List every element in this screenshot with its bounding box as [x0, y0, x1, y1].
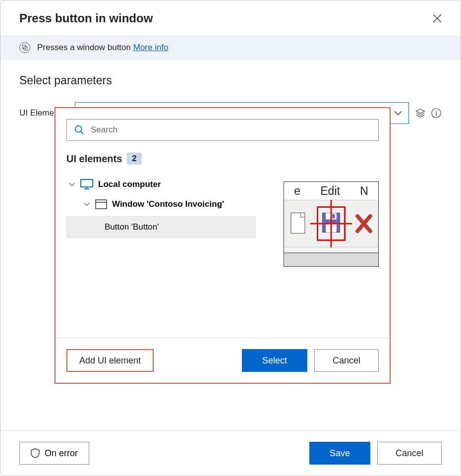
- add-ui-element-button[interactable]: Add UI element: [66, 349, 154, 372]
- tree-node-button[interactable]: Button 'Button': [66, 216, 256, 238]
- svg-rect-4: [436, 112, 436, 116]
- save-icon: [320, 210, 342, 236]
- chevron-down-icon: [394, 109, 403, 118]
- document-icon: [288, 211, 309, 237]
- elements-title: UI elements 2: [66, 153, 379, 165]
- shield-icon: [31, 448, 40, 458]
- cancel-button[interactable]: Cancel: [377, 442, 442, 465]
- dropdown-cancel-button[interactable]: Cancel: [314, 349, 379, 372]
- elements-count-badge: 2: [127, 153, 141, 165]
- delete-icon: [353, 211, 375, 237]
- search-input[interactable]: Search: [66, 119, 379, 141]
- dialog-body: Select parameters UI Element: Local comp…: [0, 60, 461, 430]
- svg-rect-12: [291, 213, 305, 233]
- search-placeholder: Search: [91, 125, 117, 135]
- side-icons: [415, 108, 442, 119]
- computer-icon: [80, 179, 93, 190]
- svg-line-6: [81, 131, 84, 134]
- close-icon[interactable]: [433, 14, 442, 23]
- dropdown-footer: Add UI element Select Cancel: [56, 338, 390, 383]
- svg-rect-15: [332, 214, 335, 219]
- svg-rect-10: [96, 200, 107, 209]
- info-text: Presses a window button More info: [37, 43, 169, 53]
- svg-rect-16: [326, 224, 337, 232]
- section-title: Select parameters: [19, 74, 442, 87]
- info-icon[interactable]: [431, 108, 442, 119]
- search-icon: [74, 124, 85, 135]
- target-highlight: [317, 206, 346, 241]
- svg-rect-13: [323, 213, 340, 233]
- svg-point-5: [75, 126, 82, 132]
- select-button[interactable]: Select: [242, 349, 307, 372]
- info-bar: Presses a window button More info: [0, 35, 461, 60]
- action-icon: [19, 42, 30, 53]
- title-bar: Press button in window: [0, 0, 461, 35]
- more-info-link[interactable]: More info: [133, 43, 169, 52]
- dialog-title: Press button in window: [19, 11, 153, 25]
- element-preview: e Edit N: [284, 181, 379, 267]
- on-error-button[interactable]: On error: [19, 442, 89, 465]
- svg-rect-7: [81, 179, 93, 187]
- dialog: Press button in window Presses a window …: [0, 0, 461, 476]
- save-button[interactable]: Save: [309, 442, 370, 465]
- ui-element-dropdown: Search UI elements 2 Local computer Wind…: [55, 107, 391, 384]
- chevron-down-icon: [68, 181, 75, 188]
- svg-point-3: [436, 111, 437, 112]
- layers-icon[interactable]: [415, 108, 426, 119]
- chevron-down-icon: [83, 201, 90, 208]
- window-icon: [95, 199, 107, 209]
- dialog-footer: On error Save Cancel: [0, 430, 461, 476]
